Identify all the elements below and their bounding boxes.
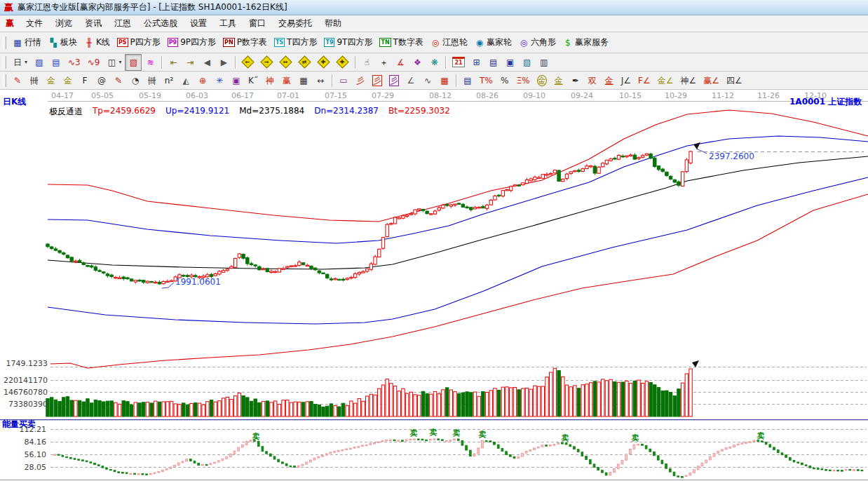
toolbar-button-f-comb[interactable]: F	[76, 72, 93, 89]
toolbar-button-hand-tool[interactable]: ☝	[358, 54, 375, 71]
toolbar-button-kline[interactable]: ╫K线	[81, 34, 114, 51]
toolbar-button-last-bar[interactable]: ⇥	[182, 54, 198, 71]
toolbar-button-winner-service[interactable]: $赢家服务	[560, 34, 612, 51]
volume-bar	[426, 393, 428, 416]
toolbar-button-highlight-pattern[interactable]: ▧	[125, 54, 142, 71]
toolbar-button-crosshair-tool[interactable]: ＋	[375, 54, 392, 71]
toolbar-button-draw-pen[interactable]: ✎	[9, 72, 26, 89]
toolbar-button-analysis-tool[interactable]: ❋	[426, 54, 442, 71]
toolbar-button-hexagon[interactable]: ◎六角形	[515, 34, 560, 51]
toolbar-button-j-angle[interactable]: J∠	[618, 72, 635, 89]
menu-item-5[interactable]: 公式选股	[137, 16, 184, 31]
wave-3-icon: ∿3	[68, 57, 81, 68]
toolbar-button-notes[interactable]: ▤	[485, 54, 502, 71]
toolbar-button-shen-angle[interactable]: 神∠	[677, 72, 700, 89]
toolbar-button-zigzag[interactable]: ∿	[419, 72, 436, 89]
toolbar-button-si-angle[interactable]: 四∠	[723, 72, 746, 89]
energy-bar	[725, 447, 727, 449]
toolbar-button-zoom-left[interactable]: ←	[238, 54, 257, 71]
toolbar-button-zoom-compress[interactable]: ⇄	[295, 54, 314, 71]
toolbar-button-t-square[interactable]: TST四方形	[271, 34, 321, 51]
toolbar-button-stats-table[interactable]: ▤	[459, 72, 476, 89]
toolbar-button-9t-square[interactable]: T99T四方形	[320, 34, 376, 51]
menu-item-7[interactable]: 工具	[213, 16, 243, 31]
toolbar-button-fan-box-2[interactable]: 彡	[386, 72, 402, 89]
toolbar-button-gold-lines[interactable]: 金	[550, 72, 567, 89]
toolbar-button-k-mark[interactable]: K˝	[245, 72, 262, 89]
toolbar-button-fan-box[interactable]: 彡	[369, 72, 386, 89]
toolbar-button-gold-under[interactable]: 金	[601, 72, 618, 89]
menu-item-8[interactable]: 窗口	[243, 16, 272, 31]
menu-item-2[interactable]: 浏览	[49, 16, 79, 31]
toolbar-button-angle-measure[interactable]: ∡	[392, 54, 409, 71]
toolbar-button-angle-mirror[interactable]: ◭	[177, 72, 194, 89]
menu-item-10[interactable]: 帮助	[318, 16, 348, 31]
toolbar-button-t-number-table[interactable]: TNT数字表	[376, 34, 427, 51]
toolbar-button-save[interactable]: ▣	[502, 54, 519, 71]
toolbar-button-info-panel[interactable]: ▤	[48, 54, 65, 71]
menu-item-6[interactable]: 设置	[184, 16, 213, 31]
toolbar-button-p-number-table[interactable]: PNP数字表	[219, 34, 271, 51]
toolbar-button-color-histogram[interactable]: ≋	[142, 54, 158, 71]
toolbar-button-wave-3[interactable]: ∿3	[65, 54, 84, 71]
toolbar-button-box-select[interactable]: ▭	[335, 72, 352, 89]
toolbar-button-circle-crosshair[interactable]: ⊕	[194, 72, 211, 89]
toolbar-button-n-squared[interactable]: n²	[161, 72, 177, 89]
toolbar-button-export-image[interactable]: ▧	[519, 54, 536, 71]
toolbar-button-comb-lines[interactable]: 卌	[26, 72, 43, 89]
toolbar-button-comb-lines-2[interactable]: 卌	[144, 72, 161, 89]
energy-bar	[805, 465, 807, 466]
menu-item-9[interactable]: 交易委托	[272, 16, 318, 31]
toolbar-button-print[interactable]: ▥	[536, 54, 552, 71]
toolbar-button-spiral-tool[interactable]: @	[93, 72, 110, 89]
toolbar-button-winner-wheel[interactable]: ◉赢家轮	[471, 34, 515, 51]
toolbar-button-time-circle[interactable]: ◔	[127, 72, 144, 89]
toolbar-button-period-day-dropdown[interactable]: 日▾	[9, 54, 31, 71]
toolbar-button-starburst[interactable]: ✳	[211, 72, 228, 89]
toolbar-button-gold-angle[interactable]: 金∠	[654, 72, 677, 89]
toolbar-button-win-comb[interactable]: 赢	[278, 72, 295, 89]
toolbar-button-zoom-expand[interactable]: ↔	[276, 54, 295, 71]
menu-item-3[interactable]: 资讯	[79, 16, 108, 31]
toolbar-button-red-grid[interactable]: ▦	[436, 72, 453, 89]
toolbar-button-width-arrows[interactable]: ↔	[312, 72, 329, 89]
toolbar-button-gann-grid-tool[interactable]: ❖	[409, 54, 426, 71]
toolbar-button-quotes[interactable]: ▦行情	[9, 34, 45, 51]
volume-bar	[386, 379, 388, 416]
toolbar-button-win-angle[interactable]: 赢∠	[700, 72, 723, 89]
toolbar-button-gold-comb-2[interactable]: 金	[60, 72, 76, 89]
toolbar-button-gold-comb-1[interactable]: 金	[43, 72, 60, 89]
toolbar-button-calculator[interactable]: ⊞	[468, 54, 485, 71]
toolbar-button-grid-123[interactable]: ▦	[295, 72, 312, 89]
toolbar-button-fan-lines[interactable]: 彡	[352, 72, 369, 89]
toolbar-button-f-angle[interactable]: F∠	[635, 72, 654, 89]
toolbar-button-prev-bar[interactable]: ◀	[198, 54, 215, 71]
toolbar-button-measure-pen[interactable]: ✎	[110, 72, 127, 89]
toolbar-button-chart-pattern[interactable]: ▨	[31, 54, 48, 71]
toolbar-button-flag-pen[interactable]: ✒	[567, 72, 584, 89]
chart-area[interactable]: 卖卖卖卖卖卖卖卖 04-1705-0505-1906-0306-1707-010…	[0, 90, 868, 481]
toolbar-button-sectors[interactable]: ▚板块	[45, 34, 81, 51]
menu-item-4[interactable]: 江恩	[108, 16, 137, 31]
toolbar-button-first-bar[interactable]: ⇤	[165, 54, 182, 71]
toolbar-button-wave-9[interactable]: ∿9	[84, 54, 104, 71]
kline-chart-canvas[interactable]: 卖卖卖卖卖卖卖卖	[0, 90, 868, 481]
toolbar-button-percent[interactable]: %	[496, 72, 513, 89]
toolbar-button-gann-wheel[interactable]: ◎江恩轮	[427, 34, 471, 51]
toolbar-button-multi-percent[interactable]: Ξ%	[513, 72, 534, 89]
toolbar-button-next-bar[interactable]: ▶	[215, 54, 232, 71]
toolbar-button-double-wave[interactable]: 双	[584, 72, 601, 89]
toolbar-button-zoom-in-all[interactable]: ✚	[333, 54, 352, 71]
toolbar-button-t-percent[interactable]: T%	[476, 72, 496, 89]
toolbar-button-gold-circle[interactable]: 金	[534, 72, 550, 89]
toolbar-button-zoom-out-all[interactable]: ✚	[314, 54, 333, 71]
toolbar-button-grid-target[interactable]: ▣	[228, 72, 245, 89]
menu-item-1[interactable]: 文件	[20, 16, 49, 31]
toolbar-button-9p-square[interactable]: P99P四方形	[164, 34, 219, 51]
toolbar-button-calendar[interactable]: 21	[449, 54, 468, 71]
toolbar-button-shen-comb[interactable]: 神	[262, 72, 278, 89]
toolbar-button-zoom-right[interactable]: →	[257, 54, 276, 71]
toolbar-button-p-square[interactable]: PSP四方形	[114, 34, 164, 51]
toolbar-button-candle-style-dropdown[interactable]: ◫▾	[103, 54, 125, 71]
toolbar-button-angle-line[interactable]: ∠	[402, 72, 419, 89]
